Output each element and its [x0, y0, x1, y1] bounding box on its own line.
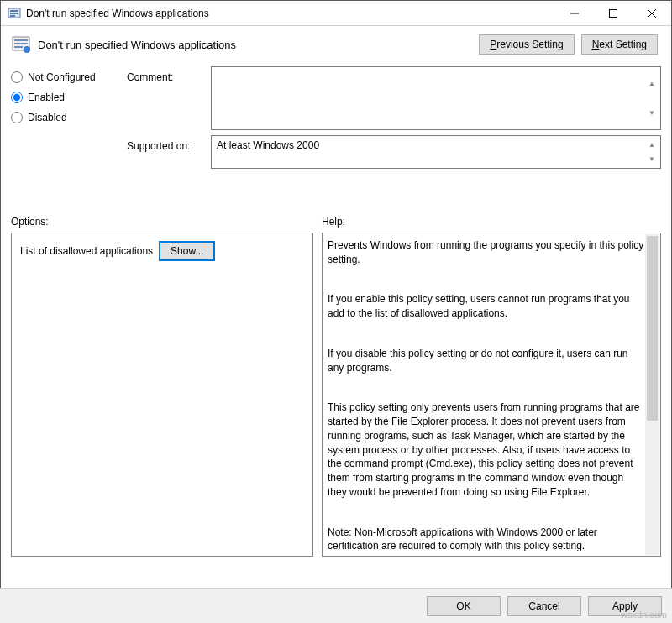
svg-point-12	[24, 46, 30, 53]
policy-icon	[11, 34, 31, 55]
help-pane: Prevents Windows from running the progra…	[322, 233, 661, 557]
svg-rect-11	[14, 46, 23, 48]
apply-button[interactable]: Apply	[588, 596, 662, 616]
svg-rect-2	[10, 13, 18, 14]
state-radios: Not Configured Enabled Disabled	[11, 66, 120, 194]
supported-label: Supported on:	[127, 140, 204, 194]
supported-field: At least Windows 2000 ▲▼	[211, 135, 661, 169]
close-button[interactable]	[633, 1, 671, 26]
svg-rect-10	[14, 43, 28, 44]
next-setting-button[interactable]: Next Setting	[581, 34, 658, 55]
minimize-button[interactable]	[555, 1, 594, 26]
scrollbar-thumb[interactable]	[647, 236, 658, 421]
cancel-button[interactable]: Cancel	[507, 596, 581, 616]
disallowed-list-label: List of disallowed applications	[20, 245, 153, 257]
comment-input[interactable]: ▲▼	[211, 66, 661, 130]
maximize-button[interactable]	[594, 1, 633, 26]
policy-header: Don't run specified Windows applications…	[1, 26, 671, 66]
help-scrollbar[interactable]	[645, 234, 659, 555]
titlebar: Don't run specified Windows applications	[1, 1, 671, 26]
radio-not-configured[interactable]: Not Configured	[11, 71, 120, 83]
svg-rect-1	[10, 10, 18, 12]
help-text: Prevents Windows from running the progra…	[328, 238, 645, 551]
dialog-footer: OK Cancel Apply	[0, 588, 672, 623]
previous-setting-button[interactable]: Previous Setting	[479, 34, 574, 55]
ok-button[interactable]: OK	[427, 596, 501, 616]
policy-name: Don't run specified Windows applications	[38, 39, 479, 51]
svg-rect-5	[610, 9, 617, 17]
options-pane: List of disallowed applications Show...	[11, 233, 313, 557]
gpo-icon	[8, 7, 21, 20]
radio-enabled[interactable]: Enabled	[11, 92, 120, 103]
comment-spinner[interactable]: ▲▼	[645, 69, 659, 128]
comment-label: Comment:	[127, 71, 204, 125]
help-heading: Help:	[322, 216, 345, 228]
show-button[interactable]: Show...	[160, 242, 214, 260]
options-heading: Options:	[11, 216, 322, 228]
radio-disabled[interactable]: Disabled	[11, 112, 120, 123]
supported-spinner[interactable]: ▲▼	[645, 138, 659, 166]
window-title: Don't run specified Windows applications	[26, 8, 555, 19]
svg-rect-9	[14, 39, 28, 41]
svg-rect-3	[10, 15, 15, 17]
